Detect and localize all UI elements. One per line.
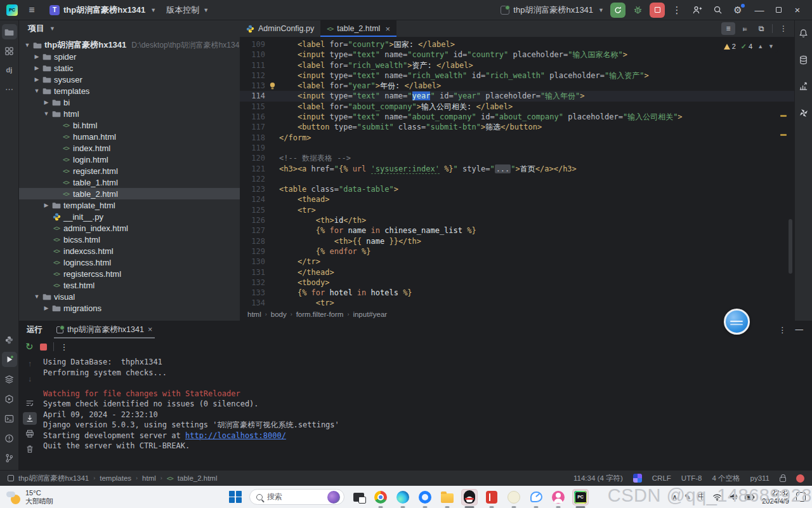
editor-more-button[interactable]: ⋮: [776, 22, 790, 35]
rerun-button[interactable]: [610, 3, 625, 18]
code-line-115[interactable]: 115 <label for="about_company">输入公司相关: <…: [240, 102, 794, 112]
tree-item-visual[interactable]: ▼visual: [19, 291, 240, 302]
tree-item-table_1.html[interactable]: <>table_1.html: [19, 177, 240, 188]
warning-stripe[interactable]: [780, 115, 787, 117]
code-line-121[interactable]: 121<h3><a href="{% url 'sysuser:index' %…: [240, 164, 794, 174]
code-line-131[interactable]: 131 </thead>: [240, 267, 794, 277]
rerun-icon[interactable]: ↻: [25, 341, 34, 352]
tree-item-logincss.html[interactable]: <>logincss.html: [19, 257, 240, 268]
soft-wrap-button[interactable]: [23, 397, 37, 410]
search-everywhere-button[interactable]: [709, 3, 726, 18]
code-line-132[interactable]: 132 <tbody>: [240, 277, 794, 288]
project-widget[interactable]: T thp胡润富豪榜hx1341 ▼: [46, 3, 160, 18]
more-icon[interactable]: ⋮: [60, 342, 69, 352]
code-editor[interactable]: 2 ✓4 ▲ ▼ 109 <label for="country">国家: </…: [240, 37, 794, 308]
code-with-me-button[interactable]: [689, 3, 705, 18]
pen-icon[interactable]: ✎: [684, 493, 691, 502]
status-crumb[interactable]: table_2.html: [178, 474, 218, 482]
settings-button[interactable]: ⚙: [730, 3, 746, 18]
tree-item-registercss.html[interactable]: <>registercss.html: [19, 268, 240, 279]
code-line-119[interactable]: 119: [240, 143, 794, 153]
stop-icon[interactable]: [40, 344, 47, 351]
code-line-116[interactable]: 116 <input type="text" name="about_compa…: [240, 112, 794, 122]
close-button[interactable]: ×: [788, 3, 807, 18]
taskbar-app-red-app[interactable]: [483, 489, 500, 505]
chevron-right-icon[interactable]: ▶: [32, 65, 41, 71]
taskbar-app-explorer[interactable]: [439, 489, 455, 505]
taskbar-clock[interactable]: 22:32 2024/4/9: [762, 489, 789, 505]
tab-table2[interactable]: <> table_2.html ×: [320, 20, 396, 37]
tree-item-template_html[interactable]: ▶template_html: [19, 199, 240, 211]
project-tool-button[interactable]: [2, 24, 17, 39]
ai-assistant-button[interactable]: [796, 105, 811, 121]
chevron-right-icon[interactable]: ▶: [32, 76, 41, 83]
tree-item-sysuser[interactable]: ▶sysuser: [19, 74, 240, 85]
weather-widget[interactable]: 15°C 大部晴朗: [0, 489, 95, 505]
code-line-127[interactable]: 127 {% for name in chinese_name_list %}: [240, 225, 794, 236]
inspection-widget[interactable]: 2 ✓4 ▲ ▼: [720, 40, 778, 53]
status-crumb[interactable]: thp胡润富豪榜hx1341: [18, 474, 89, 483]
lock-icon[interactable]: [780, 477, 786, 482]
code-line-128[interactable]: 128 <th>{{ name }}</th>: [240, 236, 794, 246]
code-line-126[interactable]: 126 <th>id</th>: [240, 215, 794, 225]
taskbar-app-pale-app[interactable]: [506, 489, 522, 505]
chevron-down-icon[interactable]: ▼: [42, 110, 51, 117]
breadcrumb[interactable]: form.filter-form: [296, 311, 344, 318]
problems-tool-button[interactable]: [2, 431, 17, 446]
server-url-link[interactable]: http://localhost:8000/: [185, 431, 286, 440]
code-line-113[interactable]: 113 <label for="year">年份: </label>: [240, 81, 794, 91]
chevron-down-icon[interactable]: ▼: [23, 42, 32, 48]
tree-item-__init__.py[interactable]: __init__.py: [19, 211, 240, 222]
browser-preview-button[interactable]: ⧉: [754, 22, 768, 35]
breadcrumb[interactable]: body: [271, 311, 287, 318]
code-line-120[interactable]: 120<!-- 数据表格 -->: [240, 153, 794, 163]
endpoints-button[interactable]: [796, 79, 811, 94]
hide-console-button[interactable]: —: [796, 325, 804, 334]
ime-indicator[interactable]: 中: [698, 491, 705, 502]
caret-position[interactable]: 114:34 (4 字符): [573, 474, 623, 483]
run-configuration-selector[interactable]: thp胡润富豪榜hx1341 ▼: [501, 4, 604, 16]
run-console-tab[interactable]: thp胡润富豪榜hx1341 ×: [51, 321, 157, 338]
tree-item-register.html[interactable]: <>register.html: [19, 165, 240, 177]
minimize-button[interactable]: —: [750, 3, 769, 18]
intention-bulb-icon[interactable]: [265, 81, 279, 91]
taskbar-app-chat-app[interactable]: [528, 489, 544, 505]
close-tab-icon[interactable]: ×: [385, 24, 390, 34]
code-line-114[interactable]: 114 <input type="text" name="year" id="y…: [240, 91, 794, 101]
tree-item-thp-hx1341[interactable]: ▼thp胡润富豪榜hx1341D:\desktop\thp胡润富豪榜hx1341: [19, 39, 240, 51]
terminal-tool-button[interactable]: [2, 411, 17, 426]
file-encoding[interactable]: UTF-8: [681, 474, 702, 482]
status-crumb[interactable]: templates: [100, 474, 131, 482]
tree-item-test.html[interactable]: <>test.html: [19, 279, 240, 291]
close-run-tab-icon[interactable]: ×: [148, 325, 152, 334]
database-button[interactable]: [796, 52, 811, 67]
prev-occurrence-button[interactable]: ↑: [23, 358, 37, 370]
tab-adminconfig[interactable]: AdminConfig.py: [240, 20, 320, 37]
tray-expand-icon[interactable]: ∧: [672, 493, 678, 502]
line-separator[interactable]: CRLF: [652, 474, 671, 482]
clear-console-button[interactable]: [23, 443, 37, 455]
next-occurrence-button[interactable]: ↓: [23, 373, 37, 385]
tree-item-bicss.html[interactable]: <>bicss.html: [19, 234, 240, 245]
code-line-123[interactable]: 123<table class="data-table">: [240, 184, 794, 194]
code-line-124[interactable]: 124 <thead>: [240, 194, 794, 204]
tree-item-templates[interactable]: ▼templates: [19, 85, 240, 97]
vcs-widget[interactable]: 版本控制 ▼: [166, 4, 209, 16]
next-issue-icon[interactable]: ▼: [768, 41, 774, 51]
tree-item-html[interactable]: ▼html: [19, 108, 240, 119]
stop-button[interactable]: [650, 3, 665, 18]
chevron-right-icon[interactable]: ▶: [42, 305, 51, 311]
taskbar-search[interactable]: 搜索: [249, 489, 344, 505]
python-interpreter[interactable]: py311: [750, 474, 769, 482]
taskbar-app-task-view[interactable]: [350, 489, 367, 505]
python-console-tool-button[interactable]: [2, 332, 17, 347]
tree-item-index.html[interactable]: <>index.html: [19, 142, 240, 154]
code-line-118[interactable]: 118</form>: [240, 133, 794, 143]
wifi-icon[interactable]: [712, 493, 722, 501]
chevron-right-icon[interactable]: ▶: [42, 99, 51, 105]
taskbar-app-browser-blue[interactable]: [417, 489, 433, 505]
console-options-button[interactable]: ⋮: [778, 325, 787, 335]
tree-item-static[interactable]: ▶static: [19, 62, 240, 74]
chevron-right-icon[interactable]: ▶: [32, 53, 41, 60]
notification-center-icon[interactable]: [796, 492, 806, 502]
